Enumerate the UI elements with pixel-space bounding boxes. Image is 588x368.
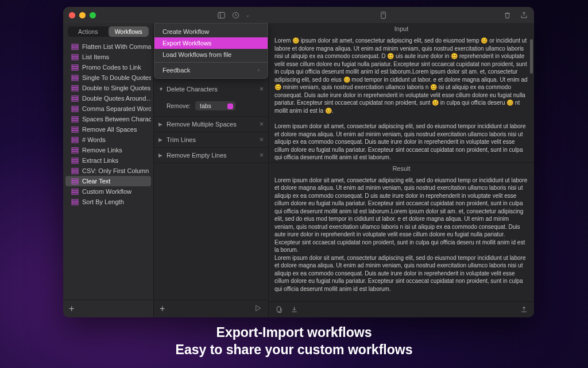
remove-step-button[interactable]: ×	[260, 85, 264, 93]
caption-line: Export-Import workflows	[0, 324, 588, 342]
sidebar-toggle-icon[interactable]	[217, 11, 226, 20]
export-result-icon[interactable]	[520, 305, 528, 314]
sidebar-item-label: CSV: Only First Column	[82, 167, 149, 174]
svg-rect-31	[72, 131, 78, 132]
sidebar-item[interactable]: Double Quotes Around…	[65, 93, 151, 103]
chevron-down-icon: ⌄	[246, 13, 250, 18]
step-title: Remove Empty Lines	[167, 152, 256, 159]
step-title: Trim Lines	[167, 136, 256, 143]
input-paragraph: Lorem 😊 ipsum dolor sit amet, consectetu…	[274, 37, 528, 114]
svg-rect-27	[72, 118, 78, 120]
svg-rect-16	[72, 79, 78, 80]
svg-rect-51	[72, 201, 78, 202]
svg-rect-46	[72, 182, 78, 183]
sidebar-item[interactable]: Remove Links	[65, 145, 151, 155]
svg-rect-6	[72, 46, 78, 47]
sidebar-item[interactable]: Remove All Spaces	[65, 124, 151, 135]
app-window: ⌄ Actions Workflows Flatten List With Co…	[63, 7, 534, 317]
segmented-control[interactable]: Actions Workflows	[68, 26, 149, 37]
svg-rect-19	[72, 89, 78, 90]
step-title: Remove Multiple Spaces	[167, 121, 256, 128]
import-icon[interactable]	[290, 305, 299, 314]
sidebar-item-label: Remove Links	[82, 147, 122, 154]
svg-rect-33	[72, 139, 78, 140]
svg-rect-48	[72, 191, 78, 192]
document-icon[interactable]	[379, 11, 388, 20]
titlebar: ⌄	[63, 7, 534, 23]
sidebar-item[interactable]: Flatten List With Commas	[65, 41, 151, 52]
sidebar-item[interactable]: List Items	[65, 52, 151, 62]
copy-input-icon[interactable]	[274, 305, 283, 314]
workflow-menu-button[interactable]	[231, 11, 240, 20]
remove-select[interactable]: tabs	[195, 101, 235, 110]
input-text-area[interactable]: Lorem 😊 ipsum dolor sit amet, consectetu…	[269, 34, 534, 163]
svg-rect-23	[72, 106, 78, 107]
sidebar-item[interactable]: Sort By Length	[65, 197, 151, 207]
sidebar-item[interactable]: Spaces Between Charact…	[65, 114, 151, 124]
disclosure-right-icon[interactable]: ▶	[158, 137, 163, 143]
svg-rect-29	[72, 126, 78, 128]
remove-step-button[interactable]: ×	[260, 120, 264, 128]
svg-rect-36	[72, 150, 78, 151]
sidebar-item[interactable]: Double to Single Quotes	[65, 83, 151, 93]
menu-load-workflows[interactable]: Load Workflows from file	[154, 49, 268, 60]
svg-rect-28	[72, 120, 78, 121]
svg-rect-25	[72, 110, 78, 111]
remove-step-button[interactable]: ×	[260, 136, 264, 144]
menu-export-workflows[interactable]: Export Workflows	[154, 37, 268, 49]
svg-rect-9	[72, 56, 78, 57]
add-step-button[interactable]: +	[160, 304, 165, 314]
remove-step-button[interactable]: ×	[260, 151, 264, 159]
svg-rect-17	[72, 85, 78, 86]
menu-create-workflow[interactable]: Create Workflow	[154, 26, 268, 37]
svg-rect-41	[72, 168, 78, 169]
share-icon[interactable]	[520, 11, 528, 20]
window-controls	[69, 12, 96, 18]
svg-rect-35	[72, 147, 78, 148]
sidebar-item[interactable]: # Words	[65, 135, 151, 145]
sidebar-item[interactable]: Promo Codes to Link	[65, 62, 151, 72]
run-workflow-button[interactable]	[253, 304, 262, 314]
result-text-area[interactable]: Lorem ipsum dolor sit amet, consectetur …	[269, 174, 534, 302]
step-trim-lines[interactable]: ▶ Trim Lines ×	[154, 132, 268, 148]
sidebar-item-label: Single To Double Quotes	[82, 74, 151, 81]
trash-icon[interactable]	[503, 11, 512, 20]
sidebar-item-label: # Words	[82, 136, 106, 143]
step-remove-multiple-spaces[interactable]: ▶ Remove Multiple Spaces ×	[154, 117, 268, 132]
minimize-window-button[interactable]	[79, 12, 86, 18]
sidebar-item[interactable]: Comma Separated Words	[65, 103, 151, 114]
svg-rect-32	[72, 137, 78, 138]
zoom-window-button[interactable]	[90, 12, 96, 18]
sidebar-item[interactable]: CSV: Only First Column	[65, 166, 151, 176]
sidebar-item-label: Flatten List With Commas	[82, 43, 151, 50]
svg-rect-43	[72, 172, 78, 173]
svg-marker-53	[256, 305, 261, 310]
close-window-button[interactable]	[69, 12, 75, 18]
workflow-list: Flatten List With CommasList ItemsPromo …	[63, 40, 153, 300]
disclosure-down-icon[interactable]: ▼	[158, 86, 163, 92]
sidebar-item[interactable]: Clear Text	[65, 176, 151, 186]
sidebar-item[interactable]: Single To Double Quotes	[65, 72, 151, 83]
svg-rect-8	[72, 54, 78, 55]
tab-workflows[interactable]: Workflows	[109, 26, 149, 37]
scrollbar[interactable]	[530, 39, 533, 74]
sidebar-item[interactable]: Custom Workflow	[65, 186, 151, 197]
step-delete-characters[interactable]: ▼ Delete Characters × Remove: tabs	[154, 80, 268, 117]
menu-feedback[interactable]: Feedback ›	[154, 64, 268, 76]
disclosure-right-icon[interactable]: ▶	[158, 152, 163, 158]
svg-rect-14	[72, 75, 78, 76]
svg-rect-42	[72, 170, 78, 171]
chevron-right-icon: ›	[258, 67, 260, 73]
svg-rect-12	[72, 67, 78, 68]
step-remove-empty-lines[interactable]: ▶ Remove Empty Lines ×	[154, 148, 268, 163]
sidebar-item-label: Comma Separated Words	[82, 105, 151, 112]
svg-rect-22	[72, 99, 78, 101]
svg-rect-0	[218, 12, 225, 18]
disclosure-right-icon[interactable]: ▶	[158, 121, 163, 127]
result-paragraph: Lorem ipsum dolor sit amet, consectetur …	[274, 177, 528, 254]
text-panels: Input Lorem 😊 ipsum dolor sit amet, cons…	[269, 23, 534, 317]
sidebar-item[interactable]: Extract Links	[65, 155, 151, 166]
svg-rect-30	[72, 129, 78, 130]
add-workflow-button[interactable]: +	[69, 304, 74, 313]
tab-actions[interactable]: Actions	[68, 26, 109, 37]
